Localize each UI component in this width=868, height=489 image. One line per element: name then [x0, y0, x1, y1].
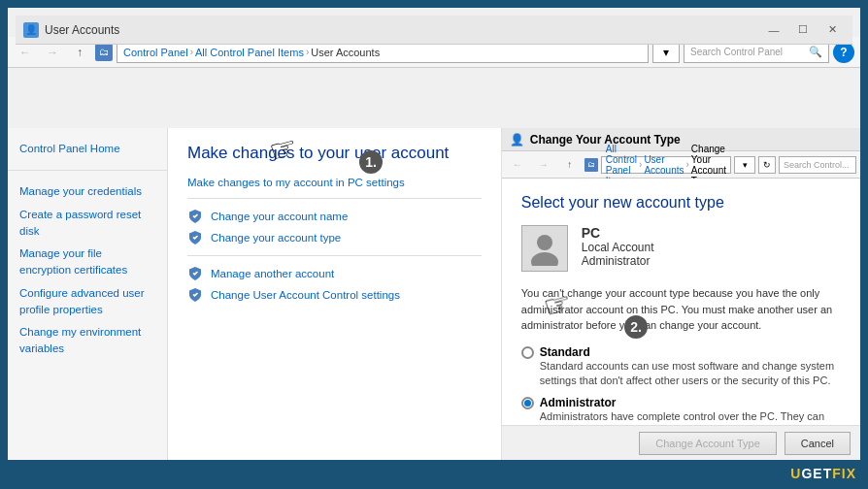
breadcrumb-part: Control Panel [123, 47, 188, 58]
user-name: PC [582, 225, 654, 241]
page-title: Make changes to your user account [187, 144, 482, 163]
user-avatar [521, 225, 568, 272]
sidebar: Control Panel Home Manage your credentia… [8, 128, 168, 460]
radio-item-standard: Standard Standard accounts can use most … [521, 345, 841, 389]
manage-another-link[interactable]: Manage another account [211, 268, 334, 279]
right-title-bar: 👤 Change Your Account Type [502, 128, 860, 151]
change-account-type-button[interactable]: Change Account Type [639, 432, 776, 455]
main-panel: Make changes to your user account Make c… [168, 128, 860, 460]
minimize-button[interactable]: — [761, 21, 786, 39]
maximize-button[interactable]: ☐ [790, 21, 816, 39]
badge-2: 2. [624, 315, 648, 339]
change-name-link[interactable]: Change your account name [211, 211, 348, 222]
breadcrumb-part: All Control Panel Items [195, 47, 304, 58]
sidebar-item-manage-credentials[interactable]: Manage your credentials [8, 180, 167, 203]
avatar-icon [527, 231, 562, 266]
right-section-title: Select your new account type [521, 194, 841, 212]
sidebar-section: Control Panel Home [8, 138, 167, 160]
radio-group: Standard Standard accounts can use most … [521, 345, 841, 426]
right-search-field[interactable]: Search Control... [779, 156, 856, 174]
user-role: Administrator [582, 254, 654, 268]
watermark: UGETFIX [790, 466, 856, 481]
shield-icon-manage [187, 266, 203, 281]
action-item-uac: Change User Account Control settings [187, 287, 482, 303]
standard-desc: Standard accounts can use most software … [540, 359, 841, 389]
right-folder-icon: 🗂 [584, 158, 598, 172]
shield-icon-uac [187, 287, 203, 303]
content-area: Control Panel Home Manage your credentia… [8, 128, 860, 460]
search-icon: 🔍 [809, 46, 822, 58]
right-content: Select your new account type PC Local Ac… [502, 179, 860, 425]
pc-settings-link[interactable]: Make changes to my account in PC setting… [187, 177, 482, 188]
badge-1: 1. [359, 150, 383, 174]
administrator-desc: Administrators have complete control ove… [540, 409, 841, 425]
right-up-button[interactable]: ↑ [558, 153, 582, 177]
right-forward-button[interactable]: → [532, 153, 555, 177]
action-item-name: Change your account name [187, 209, 482, 224]
administrator-label: Administrator [540, 396, 841, 409]
action-item-manage: Manage another account [187, 266, 482, 281]
right-dropdown[interactable]: ▾ [734, 156, 755, 174]
user-type: Local Account [582, 241, 654, 254]
divider2 [187, 255, 482, 256]
radio-item-administrator: Administrator Administrators have comple… [521, 396, 841, 425]
standard-radio[interactable] [521, 346, 534, 359]
right-address-field[interactable]: All Control Panel Items › User Accounts … [601, 156, 731, 174]
uac-settings-link[interactable]: Change User Account Control settings [211, 289, 400, 301]
sidebar-item-advanced-profile[interactable]: Configure advanced user profile properti… [8, 282, 167, 322]
right-panel: 👤 Change Your Account Type ← → ↑ 🗂 All C… [502, 128, 860, 460]
sidebar-item-password-reset[interactable]: Create a password reset disk [8, 204, 167, 244]
window-icon: 👤 [23, 22, 39, 38]
window-title: User Accounts [45, 23, 761, 37]
button-bar: Change Account Type Cancel [502, 425, 860, 460]
right-address-bar: ← → ↑ 🗂 All Control Panel Items › User A… [502, 151, 860, 179]
standard-label: Standard [540, 345, 841, 359]
title-bar-controls: — ☐ ✕ [761, 21, 845, 39]
divider [8, 170, 167, 171]
user-details: PC Local Account Administrator [582, 225, 654, 268]
search-placeholder: Search Control Panel [690, 47, 783, 57]
folder-icon: 🗂 [95, 44, 113, 61]
svg-point-0 [537, 235, 552, 250]
left-content: Make changes to your user account Make c… [168, 128, 502, 460]
right-window-icon: 👤 [510, 133, 524, 147]
title-bar: 👤 User Accounts — ☐ ✕ [16, 16, 852, 45]
sidebar-item-encryption[interactable]: Manage your file encryption certificates [8, 243, 167, 282]
breadcrumb-current: User Accounts [311, 47, 380, 58]
right-breadcrumb2: User Accounts [644, 154, 684, 176]
svg-point-1 [531, 252, 558, 266]
shield-icon-name [187, 209, 203, 224]
divider [187, 198, 482, 199]
shield-icon-type [187, 230, 203, 245]
cancel-button[interactable]: Cancel [785, 432, 851, 455]
sidebar-item-control-panel-home[interactable]: Control Panel Home [8, 138, 167, 160]
sidebar-nav-section: Manage your credentials Create a passwor… [8, 180, 167, 360]
warning-text: You can't change your account type becau… [521, 285, 841, 334]
right-back-button[interactable]: ← [506, 153, 529, 177]
action-item-type: Change your account type [187, 230, 482, 245]
right-refresh[interactable]: ↻ [758, 156, 776, 174]
administrator-radio[interactable] [521, 397, 534, 409]
user-info: PC Local Account Administrator [521, 225, 841, 272]
main-window: 👤 User Accounts — ☐ ✕ ← → ↑ 🗂 Control Pa… [8, 8, 860, 460]
change-type-link[interactable]: Change your account type [211, 232, 341, 244]
sidebar-item-environment[interactable]: Change my environment variables [8, 321, 167, 361]
close-button[interactable]: ✕ [819, 21, 845, 39]
